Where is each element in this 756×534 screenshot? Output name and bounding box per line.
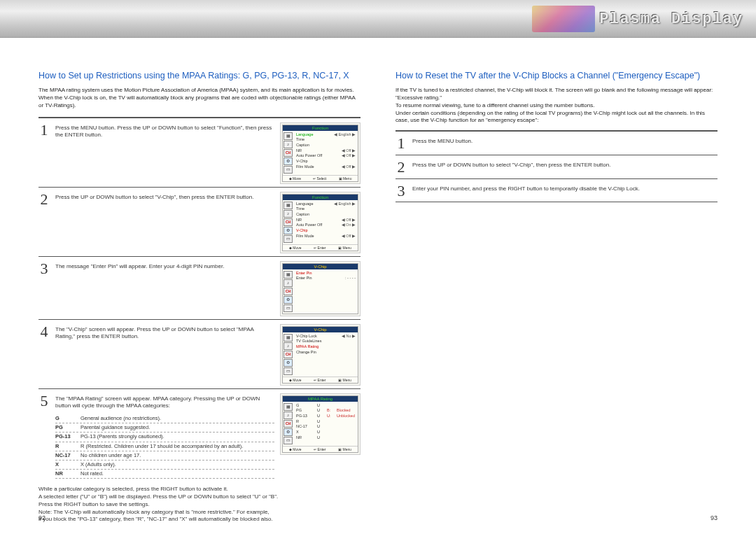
brand-block: Plasma Display xyxy=(532,6,743,32)
page-header: Plasma Display xyxy=(0,0,756,38)
step-5: 5 The "MPAA Rating" screen will appear. … xyxy=(38,388,360,482)
illustration-mpaa-rating: MPAA Rating ▦ ♪ CH ⚙ ▭ GUPGUB:BlockedPG-… xyxy=(280,393,360,455)
right-page: How to Reset the TV after the V-Chip Blo… xyxy=(378,70,735,524)
illustration-enter-pin: V-Chip ▦ ♪ CH ⚙ ▭ Enter Pin Enter Pin: -… xyxy=(280,261,360,316)
right-intro: If the TV is tuned to a restricted chann… xyxy=(396,87,718,125)
page-number-left: 92 xyxy=(38,514,46,521)
right-title: How to Reset the TV after the V-Chip Blo… xyxy=(396,70,718,81)
step-3: 3 The message "Enter Pin" will appear. E… xyxy=(38,256,360,319)
pip-icon: ▭ xyxy=(284,166,293,174)
step-2: 2 Press the UP or DOWN button to select … xyxy=(38,187,360,256)
brand-text: Plasma Display xyxy=(599,10,743,28)
function-icon: ⚙ xyxy=(284,157,293,165)
r-step-1: 1 Press the MENU button. xyxy=(396,131,718,155)
left-footer-note: While a particular category is selected,… xyxy=(38,486,360,524)
step-number: 1 xyxy=(38,122,50,138)
page-number-right: 93 xyxy=(710,514,718,521)
illustration-vchip-menu: V-Chip ▦ ♪ CH ⚙ ▭ V-Chip Lock◀ No ▶TV Gu… xyxy=(280,324,360,386)
sound-icon: ♪ xyxy=(284,141,293,148)
left-page: How to Set up Restrictions using the MPA… xyxy=(21,70,378,524)
illustration-function-1: Function ▦ ♪ CH ⚙ ▭ Language◀ English ▶T… xyxy=(280,122,360,184)
left-intro: The MPAA rating system uses the Motion P… xyxy=(38,87,360,109)
channel-icon: CH xyxy=(284,149,293,157)
circuit-art xyxy=(532,6,595,32)
r-step-3: 3 Enter your PIN number, and press the R… xyxy=(396,178,718,202)
r-step-2: 2 Press the UP or DOWN button to select … xyxy=(396,155,718,178)
illustration-function-2: Function ▦ ♪ CH ⚙ ▭ Language◀ English ▶T… xyxy=(280,192,360,253)
step-4: 4 The "V-Chip" screen will appear. Press… xyxy=(38,319,360,388)
picture-icon: ▦ xyxy=(284,132,293,140)
step-1: 1 Press the MENU button. Press the UP or… xyxy=(38,118,360,187)
left-title: How to Set up Restrictions using the MPA… xyxy=(38,70,360,81)
rating-table: GGeneral audience (no restrictions).PGPa… xyxy=(55,414,274,479)
step-text: Press the MENU button. Press the UP or D… xyxy=(55,122,274,140)
